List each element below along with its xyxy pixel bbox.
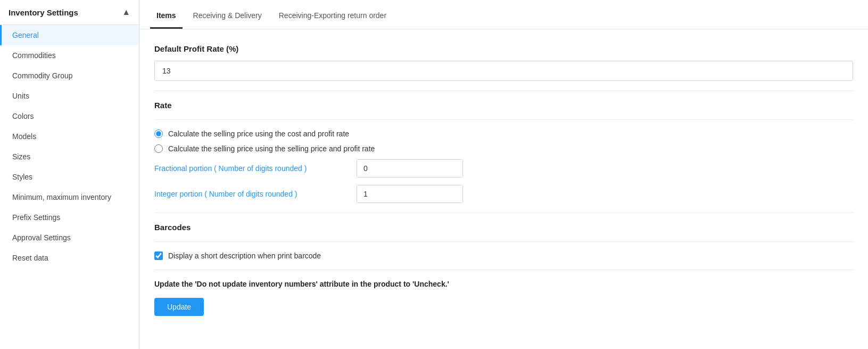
divider-3 xyxy=(154,213,853,213)
divider-2 xyxy=(154,119,853,120)
sidebar-item-commodity-group[interactable]: Commodity Group xyxy=(0,66,139,86)
divider-5 xyxy=(154,270,853,270)
tab-items[interactable]: Items xyxy=(150,3,183,29)
divider-4 xyxy=(154,241,853,242)
sidebar-item-colors[interactable]: Colors xyxy=(0,106,139,126)
tabs-bar: Items Receiving & Delivery Receiving-Exp… xyxy=(139,0,868,29)
checkbox-label: Display a short description when print b… xyxy=(168,251,321,260)
divider-1 xyxy=(154,91,853,91)
sidebar-item-reset-data[interactable]: Reset data xyxy=(0,248,139,268)
sidebar-item-styles[interactable]: Styles xyxy=(0,167,139,187)
radio-label-1: Calculate the selling price using the co… xyxy=(168,129,349,138)
tab-receiving-delivery[interactable]: Receiving & Delivery xyxy=(187,3,268,29)
radio-row-1: Calculate the selling price using the co… xyxy=(154,129,853,138)
sidebar-item-units[interactable]: Units xyxy=(0,86,139,106)
content-panel: Default Profit Rate (%) Rate Calculate t… xyxy=(139,29,868,349)
sidebar-item-models[interactable]: Models xyxy=(0,126,139,147)
tab-receiving-exporting[interactable]: Receiving-Exporting return order xyxy=(272,3,393,29)
update-note: Update the 'Do not update inventory numb… xyxy=(154,280,853,288)
integer-label: Integer portion ( Number of digits round… xyxy=(154,190,357,198)
default-profit-rate-input[interactable] xyxy=(154,61,853,81)
barcodes-label: Barcodes xyxy=(154,223,853,232)
sidebar-item-commodities[interactable]: Commodities xyxy=(0,45,139,66)
sidebar-item-prefix-settings[interactable]: Prefix Settings xyxy=(0,207,139,228)
sidebar-item-sizes[interactable]: Sizes xyxy=(0,147,139,167)
integer-field-row: Integer portion ( Number of digits round… xyxy=(154,185,853,203)
default-profit-rate-label: Default Profit Rate (%) xyxy=(154,44,853,53)
radio-label-2: Calculate the selling price using the se… xyxy=(168,144,375,153)
sidebar: Inventory Settings ▲ General Commodities… xyxy=(0,0,139,349)
sidebar-item-general[interactable]: General xyxy=(0,25,139,45)
sidebar-item-approval-settings[interactable]: Approval Settings xyxy=(0,228,139,248)
radio-selling-profit[interactable] xyxy=(154,144,163,153)
radio-cost-profit[interactable] xyxy=(154,129,163,138)
fractional-input[interactable] xyxy=(357,159,463,177)
sidebar-nav: General Commodities Commodity Group Unit… xyxy=(0,25,139,349)
integer-input[interactable] xyxy=(357,185,463,203)
sidebar-title: Inventory Settings xyxy=(9,8,78,17)
radio-row-2: Calculate the selling price using the se… xyxy=(154,144,853,153)
sidebar-header: Inventory Settings ▲ xyxy=(0,0,139,25)
checkbox-short-description[interactable] xyxy=(154,251,163,260)
checkbox-row: Display a short description when print b… xyxy=(154,251,853,260)
rate-section-label: Rate xyxy=(154,101,853,110)
sidebar-item-min-max-inventory[interactable]: Minimum, maximum inventory xyxy=(0,187,139,207)
fractional-field-row: Fractional portion ( Number of digits ro… xyxy=(154,159,853,177)
update-button[interactable]: Update xyxy=(154,298,204,316)
fractional-label: Fractional portion ( Number of digits ro… xyxy=(154,164,357,173)
main-content-area: Items Receiving & Delivery Receiving-Exp… xyxy=(139,0,868,349)
chevron-up-icon[interactable]: ▲ xyxy=(122,7,130,17)
